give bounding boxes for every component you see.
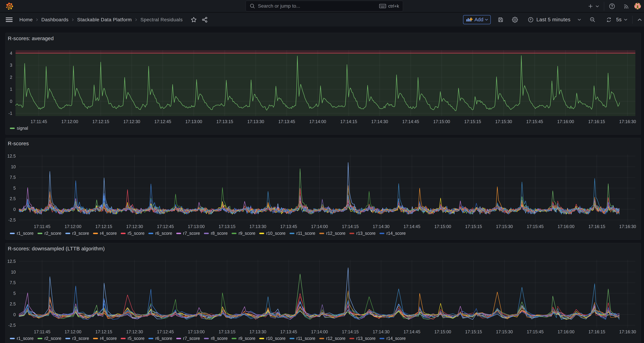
svg-text:2.5: 2.5 [10, 301, 16, 306]
svg-text:17:13:45: 17:13:45 [280, 224, 297, 229]
svg-text:17:15:00: 17:15:00 [434, 224, 451, 229]
svg-text:17:14:15: 17:14:15 [342, 224, 358, 229]
svg-text:17:15:30: 17:15:30 [496, 329, 513, 334]
svg-text:17:13:15: 17:13:15 [219, 224, 236, 229]
svg-text:17:13:00: 17:13:00 [188, 224, 205, 229]
svg-text:17:13:30: 17:13:30 [250, 224, 266, 229]
svg-text:17:11:45: 17:11:45 [34, 224, 50, 229]
svg-text:17:12:45: 17:12:45 [157, 329, 174, 334]
svg-text:17:12:30: 17:12:30 [126, 224, 143, 229]
svg-text:17:14:00: 17:14:00 [311, 329, 328, 334]
svg-text:-1: -1 [8, 111, 12, 116]
svg-text:17:12:15: 17:12:15 [95, 329, 112, 334]
svg-text:17:16:00: 17:16:00 [558, 224, 574, 229]
svg-text:17:12:30: 17:12:30 [123, 119, 140, 124]
svg-text:-2.5: -2.5 [8, 217, 16, 222]
svg-text:17:14:00: 17:14:00 [311, 224, 328, 229]
svg-text:5: 5 [13, 186, 16, 190]
svg-text:2: 2 [10, 75, 12, 80]
svg-text:17:14:45: 17:14:45 [404, 329, 420, 334]
svg-text:12.5: 12.5 [7, 259, 16, 264]
svg-text:17:13:45: 17:13:45 [278, 119, 295, 124]
svg-text:10: 10 [11, 164, 16, 169]
svg-text:17:12:45: 17:12:45 [157, 224, 174, 229]
svg-text:17:15:30: 17:15:30 [496, 224, 513, 229]
svg-text:17:14:45: 17:14:45 [402, 119, 419, 124]
svg-text:17:16:15: 17:16:15 [588, 119, 605, 124]
svg-text:17:15:45: 17:15:45 [526, 119, 543, 124]
svg-text:17:12:30: 17:12:30 [126, 329, 143, 334]
svg-text:17:13:15: 17:13:15 [216, 119, 233, 124]
svg-text:17:14:45: 17:14:45 [404, 224, 420, 229]
svg-text:17:12:00: 17:12:00 [64, 329, 81, 334]
svg-text:1: 1 [10, 87, 12, 92]
svg-text:17:12:00: 17:12:00 [64, 224, 81, 229]
svg-text:17:16:00: 17:16:00 [558, 329, 574, 334]
svg-text:7.5: 7.5 [10, 280, 16, 285]
svg-text:17:16:00: 17:16:00 [557, 119, 574, 124]
svg-text:17:15:00: 17:15:00 [434, 329, 451, 334]
svg-text:17:13:00: 17:13:00 [185, 119, 202, 124]
svg-text:17:13:45: 17:13:45 [280, 329, 297, 334]
svg-text:3: 3 [10, 63, 12, 68]
svg-text:17:14:30: 17:14:30 [373, 329, 390, 334]
svg-text:17:12:15: 17:12:15 [92, 119, 109, 124]
svg-text:0: 0 [13, 207, 16, 212]
svg-text:17:13:15: 17:13:15 [219, 329, 236, 334]
svg-text:17:13:30: 17:13:30 [247, 119, 264, 124]
svg-text:17:15:15: 17:15:15 [464, 119, 481, 124]
svg-text:17:16:15: 17:16:15 [588, 329, 605, 334]
svg-text:10: 10 [11, 270, 16, 274]
svg-text:17:14:15: 17:14:15 [342, 329, 358, 334]
svg-text:17:16:30: 17:16:30 [619, 329, 636, 334]
svg-text:4: 4 [10, 51, 12, 56]
svg-text:17:15:15: 17:15:15 [465, 329, 482, 334]
svg-text:0: 0 [13, 312, 16, 317]
svg-text:17:14:15: 17:14:15 [340, 119, 357, 124]
svg-text:-2.5: -2.5 [8, 323, 16, 327]
svg-text:17:12:15: 17:12:15 [95, 224, 112, 229]
svg-text:17:12:00: 17:12:00 [62, 119, 78, 124]
svg-text:17:16:30: 17:16:30 [619, 224, 636, 229]
svg-text:17:15:45: 17:15:45 [527, 329, 544, 334]
svg-text:17:14:30: 17:14:30 [373, 224, 390, 229]
svg-text:17:16:30: 17:16:30 [619, 119, 636, 124]
svg-text:17:11:45: 17:11:45 [30, 119, 47, 124]
svg-text:17:14:30: 17:14:30 [371, 119, 388, 124]
svg-text:17:15:15: 17:15:15 [465, 224, 482, 229]
svg-text:12.5: 12.5 [7, 154, 16, 158]
svg-text:7.5: 7.5 [10, 175, 16, 180]
svg-text:17:13:30: 17:13:30 [250, 329, 266, 334]
svg-text:17:14:00: 17:14:00 [309, 119, 326, 124]
svg-text:17:13:00: 17:13:00 [188, 329, 205, 334]
svg-text:17:12:45: 17:12:45 [154, 119, 171, 124]
svg-text:17:15:30: 17:15:30 [495, 119, 512, 124]
svg-text:17:11:45: 17:11:45 [34, 329, 50, 334]
svg-text:0: 0 [10, 99, 12, 104]
svg-text:17:15:45: 17:15:45 [527, 224, 544, 229]
svg-text:5: 5 [13, 291, 16, 296]
svg-text:2.5: 2.5 [10, 196, 16, 201]
svg-text:17:15:00: 17:15:00 [433, 119, 450, 124]
svg-text:17:16:15: 17:16:15 [588, 224, 605, 229]
